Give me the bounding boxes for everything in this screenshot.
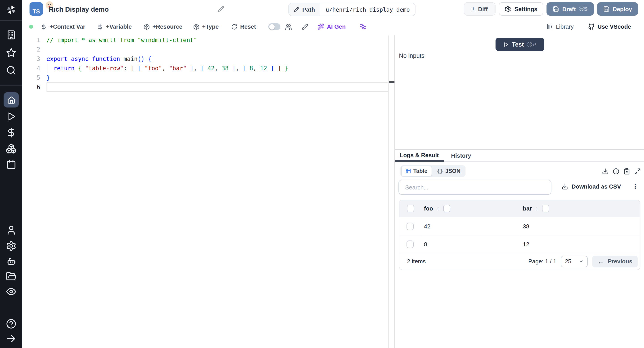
variables-dollar-icon[interactable] [6, 127, 16, 138]
sidebar-item-home[interactable] [4, 92, 19, 107]
code-line[interactable]: 4 return { "table-row": [ [ "foo", "bar"… [22, 64, 394, 73]
download-icon[interactable] [602, 168, 609, 175]
table-row[interactable]: 42 38 [399, 217, 640, 236]
code-line[interactable]: 2 [22, 45, 394, 54]
row-checkbox[interactable] [406, 241, 414, 248]
diff-button[interactable]: ± Diff [464, 2, 496, 16]
line-number: 6 [22, 82, 46, 92]
clipboard-copy-icon[interactable] [624, 168, 630, 175]
audit-eye-icon[interactable] [6, 286, 16, 297]
sort-icon[interactable]: ↕ [436, 205, 440, 212]
add-type-button[interactable]: +Type [193, 18, 219, 35]
table-icon [406, 168, 411, 174]
path-field[interactable]: Path u/henri/rich_display_demo [288, 3, 416, 16]
select-all-checkbox[interactable] [407, 205, 414, 212]
run-panel: Test ⌘↵ No inputs Logs & Result History … [395, 35, 644, 348]
code-line[interactable]: 5} [22, 73, 394, 82]
sidebar [0, 0, 22, 348]
table-row[interactable]: 8 12 [399, 236, 640, 253]
sort-icon[interactable]: ↕ [535, 205, 538, 212]
view-table-button[interactable]: Table [401, 166, 432, 177]
cell-bar: 38 [523, 223, 529, 230]
reset-button[interactable]: Reset [231, 18, 256, 35]
result-view-toggle: Table {} JSON [400, 165, 465, 177]
use-vscode-button[interactable]: Use VScode [588, 18, 631, 35]
result-tabbar: Logs & Result History [395, 150, 644, 162]
settings-gear-icon[interactable] [6, 241, 16, 251]
previous-page-button[interactable]: ← Previous [592, 256, 638, 267]
editor-toolbar: +Context Var +Variable +Resource +Type R… [22, 18, 644, 35]
workspace-building-icon[interactable] [6, 30, 16, 40]
status-dot [29, 25, 33, 29]
more-options-kebab-icon[interactable]: ⋮ [632, 182, 639, 190]
expand-arrow-icon[interactable] [6, 333, 16, 344]
column-header-foo[interactable]: foo [424, 205, 433, 212]
pencil-icon [294, 7, 299, 12]
save-icon [603, 6, 610, 12]
app-window: TS Rich Display demo Path u/henri/rich_d… [0, 0, 644, 348]
typescript-badge: TS [30, 2, 43, 16]
wand-sparkles-icon [318, 23, 324, 30]
ai-gen-button[interactable]: AI Gen [318, 18, 346, 35]
test-shortcut: ⌘↵ [527, 41, 537, 48]
test-button[interactable]: Test ⌘↵ [496, 38, 544, 51]
overview-ruler[interactable] [388, 35, 395, 348]
resources-boxes-icon[interactable] [6, 143, 16, 154]
code-editor[interactable]: 1// import * as wmill from "windmill-cli… [22, 35, 394, 348]
page-size-select[interactable]: 25 [561, 256, 588, 267]
sparkles-button[interactable] [360, 18, 366, 35]
workers-robot-icon[interactable] [6, 256, 16, 266]
line-number: 3 [22, 54, 46, 64]
package-icon [144, 24, 150, 30]
tab-history[interactable]: History [450, 150, 472, 161]
cell-bar: 12 [523, 241, 529, 248]
library-button[interactable]: Library [546, 18, 574, 35]
format-brush-button[interactable] [302, 18, 308, 35]
play-icon [503, 41, 509, 47]
collaborators-button[interactable] [285, 18, 292, 35]
cell-foo: 8 [424, 241, 427, 248]
add-resource-button[interactable]: +Resource [144, 18, 182, 35]
paintbrush-icon [302, 23, 308, 30]
add-variable-button[interactable]: +Variable [97, 18, 132, 35]
expand-icon[interactable] [634, 168, 641, 175]
settings-button[interactable]: Settings [499, 2, 544, 16]
chevron-down-icon [579, 259, 584, 264]
indent-guide [47, 64, 48, 73]
table-header-row: foo ↕ bar ↕ [399, 200, 640, 217]
column-option-checkbox[interactable] [542, 205, 549, 212]
download-csv-button[interactable]: Download as CSV [562, 183, 621, 190]
sparkles-icon [360, 23, 366, 30]
schedules-calendar-icon[interactable] [6, 159, 16, 170]
view-json-button[interactable]: {} JSON [433, 166, 464, 176]
result-actions [602, 168, 641, 175]
user-icon[interactable] [6, 225, 16, 236]
header: TS Rich Display demo Path u/henri/rich_d… [22, 0, 644, 18]
arrow-left-icon: ← [598, 258, 604, 265]
favorites-star-icon[interactable] [6, 48, 16, 58]
folders-icon[interactable] [6, 271, 16, 282]
package-icon [193, 24, 200, 30]
help-icon[interactable] [6, 318, 16, 329]
draft-button[interactable]: Draft ⌘S [546, 2, 594, 16]
tab-logs-result[interactable]: Logs & Result [395, 150, 444, 162]
column-header-bar[interactable]: bar [523, 205, 532, 212]
code-line[interactable]: 1// import * as wmill from "windmill-cli… [22, 35, 394, 45]
info-icon[interactable] [613, 168, 620, 175]
items-count: 2 items [407, 258, 426, 265]
line-number: 4 [22, 64, 46, 73]
edit-summary-pencil-icon[interactable] [218, 6, 224, 12]
row-checkbox[interactable] [406, 223, 414, 230]
windmill-logo-icon[interactable] [6, 5, 16, 15]
search-input[interactable] [398, 180, 552, 195]
draft-shortcut: ⌘S [579, 6, 588, 12]
diff-mode-toggle[interactable] [268, 23, 280, 30]
cursor-position-marker [389, 81, 395, 83]
deploy-button[interactable]: Deploy [597, 2, 638, 16]
code-line[interactable]: 3export async function main() { [22, 54, 394, 64]
search-icon[interactable] [6, 65, 16, 76]
github-icon [588, 23, 595, 30]
column-option-checkbox[interactable] [443, 205, 450, 212]
add-context-var-button[interactable]: +Context Var [41, 18, 86, 35]
runs-play-icon[interactable] [6, 111, 16, 122]
